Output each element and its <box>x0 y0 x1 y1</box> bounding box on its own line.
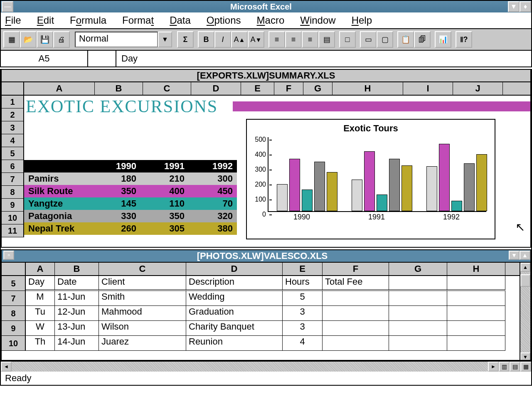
scroll-right-button[interactable]: ► <box>488 362 499 372</box>
row-header[interactable]: 7 <box>2 173 24 186</box>
data-cell[interactable]: Tu <box>26 306 55 321</box>
window-system-menu[interactable]: ▫ <box>3 251 14 260</box>
italic-button[interactable]: I <box>214 31 231 48</box>
column-header[interactable]: B <box>95 82 143 95</box>
cell-reference[interactable]: A5 <box>1 51 88 66</box>
data-cell[interactable] <box>389 321 447 336</box>
save-button[interactable]: 💾 <box>37 31 53 48</box>
row-header[interactable]: 3 <box>2 121 24 134</box>
scroll-down-button[interactable]: ▼ <box>520 352 530 361</box>
table-cell[interactable]: 300 <box>189 172 237 185</box>
table-cell[interactable]: 305 <box>140 222 189 235</box>
table-cell[interactable]: 380 <box>189 222 237 235</box>
table-cell[interactable]: 145 <box>92 197 140 210</box>
outline-border-button[interactable]: □ <box>339 31 356 48</box>
table-row-label[interactable]: Pamirs <box>24 172 92 185</box>
data-cell[interactable]: Graduation <box>186 306 283 321</box>
row-header[interactable]: 5 <box>2 147 24 160</box>
chart-wizard-button[interactable]: 📊 <box>435 31 451 48</box>
data-cell[interactable]: Mahmood <box>99 306 186 321</box>
row-header[interactable]: 8 <box>2 306 26 321</box>
new-worksheet-button[interactable]: ▦ <box>3 31 20 48</box>
data-cell[interactable]: Smith <box>99 291 186 306</box>
header-cell[interactable] <box>447 276 505 291</box>
row-header[interactable]: 2 <box>2 108 24 121</box>
data-cell[interactable]: Wilson <box>99 321 186 336</box>
column-header[interactable]: J <box>453 82 503 95</box>
menu-data[interactable]: Data <box>170 15 191 26</box>
data-cell[interactable]: 14-Jun <box>55 336 99 351</box>
scroll-up-button[interactable]: ▲ <box>520 263 530 272</box>
menu-edit[interactable]: Edit <box>37 15 54 26</box>
scroll-left-button[interactable]: ◄ <box>1 362 12 372</box>
table-cell[interactable]: 110 <box>140 197 189 210</box>
header-cell[interactable]: Description <box>186 276 283 291</box>
justify-button[interactable]: ▤ <box>318 31 335 48</box>
table-row-label[interactable]: Yangtze <box>24 197 92 210</box>
table-cell[interactable]: 180 <box>92 172 140 185</box>
row-header[interactable]: 10 <box>2 336 26 351</box>
column-header[interactable]: C <box>143 82 191 95</box>
header-cell[interactable]: Hours <box>283 276 323 291</box>
table-cell[interactable]: 350 <box>92 185 140 197</box>
table-cell[interactable]: 400 <box>140 185 189 197</box>
data-cell[interactable] <box>323 291 389 306</box>
table-row-label[interactable]: Patagonia <box>24 210 92 222</box>
data-cell[interactable]: 4 <box>283 336 323 351</box>
scroll-thumb[interactable] <box>520 274 530 287</box>
column-header[interactable]: F <box>274 82 303 95</box>
data-cell[interactable] <box>323 321 389 336</box>
data-cell[interactable]: 13-Jun <box>55 321 99 336</box>
window-title-summary[interactable]: [EXPORTS.XLW]SUMMARY.XLS <box>2 70 530 82</box>
data-cell[interactable] <box>447 336 505 351</box>
minimize-button[interactable]: ▼ <box>508 1 520 12</box>
open-button[interactable]: 📂 <box>20 31 37 48</box>
system-menu-icon[interactable]: — <box>2 1 13 12</box>
align-center-button[interactable]: ≡ <box>285 31 302 48</box>
table-cell[interactable]: 320 <box>189 210 237 222</box>
row-header[interactable]: 10 <box>2 212 24 224</box>
data-cell[interactable]: W <box>26 321 55 336</box>
column-header[interactable]: H <box>332 82 403 95</box>
table-cell[interactable]: 260 <box>92 222 140 235</box>
window-title-valesco[interactable]: ▫ [PHOTOS.XLW]VALESCO.XLS ▼ ▲ <box>2 250 530 263</box>
table-row-label[interactable]: Nepal Trek <box>24 222 92 235</box>
column-header[interactable]: B <box>55 263 99 275</box>
tab-button-1[interactable]: ▥ <box>499 362 510 372</box>
row-header[interactable]: 4 <box>2 134 24 147</box>
data-cell[interactable]: Juarez <box>99 336 186 351</box>
menu-format[interactable]: Format <box>122 15 154 26</box>
copy-button[interactable]: 📋 <box>397 31 414 48</box>
paste-formats-button[interactable]: 🗐 <box>414 31 431 48</box>
column-header[interactable]: I <box>403 82 453 95</box>
header-cell[interactable]: Day <box>26 276 55 291</box>
table-row-label[interactable]: Silk Route <box>24 185 92 197</box>
align-right-button[interactable]: ≡ <box>302 31 318 48</box>
table-cell[interactable]: 330 <box>92 210 140 222</box>
table-cell[interactable]: 350 <box>140 210 189 222</box>
data-cell[interactable]: Charity Banquet <box>186 321 283 336</box>
row-header[interactable]: 1 <box>2 96 24 108</box>
data-cell[interactable] <box>389 291 447 306</box>
bottom-border-button[interactable]: ▢ <box>377 31 393 48</box>
formula-content[interactable]: Day <box>116 53 143 64</box>
bold-button[interactable]: B <box>198 31 214 48</box>
data-cell[interactable] <box>447 306 505 321</box>
window-maximize-button[interactable]: ▲ <box>520 251 530 260</box>
decrease-font-button[interactable]: A▼ <box>248 31 264 48</box>
menu-help[interactable]: Help <box>352 15 372 26</box>
align-left-button[interactable]: ≡ <box>268 31 285 48</box>
autosum-button[interactable]: Σ <box>177 31 194 48</box>
table-cell[interactable]: 70 <box>189 197 237 210</box>
data-cell[interactable] <box>389 336 447 351</box>
data-cell[interactable]: 11-Jun <box>55 291 99 306</box>
row-header[interactable]: 6 <box>2 160 24 173</box>
style-dropdown[interactable]: Normal <box>75 32 158 47</box>
header-cell[interactable]: Date <box>55 276 99 291</box>
data-cell[interactable] <box>323 336 389 351</box>
column-header[interactable]: A <box>24 82 95 95</box>
column-header[interactable]: A <box>26 263 55 275</box>
data-cell[interactable] <box>447 321 505 336</box>
select-all-corner[interactable] <box>2 82 24 95</box>
tab-button-2[interactable]: ▤ <box>510 362 520 372</box>
